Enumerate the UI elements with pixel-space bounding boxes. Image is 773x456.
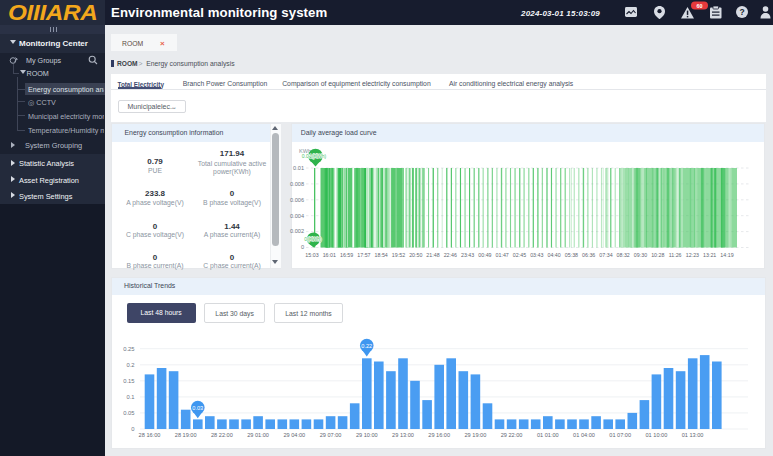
svg-text:01 10:00: 01 10:00: [646, 432, 668, 438]
svg-text:0.15: 0.15: [123, 378, 134, 384]
svg-text:28 22:00: 28 22:00: [211, 432, 233, 438]
svg-text:01 13:00: 01 13:00: [682, 432, 704, 438]
svg-text:0.25: 0.25: [123, 346, 134, 352]
svg-text:29 22:00: 29 22:00: [501, 432, 523, 438]
svg-text:29 19:00: 29 19:00: [465, 432, 487, 438]
svg-text:01 01:00: 01 01:00: [537, 432, 559, 438]
svg-text:29 07:00: 29 07:00: [320, 432, 342, 438]
svg-text:29 10:00: 29 10:00: [356, 432, 378, 438]
svg-text:28 19:00: 28 19:00: [175, 432, 197, 438]
svg-text:29 16:00: 29 16:00: [428, 432, 450, 438]
svg-text:29 04:00: 29 04:00: [283, 432, 305, 438]
svg-text:29 01:00: 29 01:00: [247, 432, 269, 438]
svg-text:0.2: 0.2: [126, 362, 134, 368]
svg-text:0: 0: [131, 426, 134, 432]
svg-text:01 04:00: 01 04:00: [573, 432, 595, 438]
svg-text:0.1: 0.1: [126, 394, 134, 400]
svg-text:01 07:00: 01 07:00: [609, 432, 631, 438]
svg-text:29 13:00: 29 13:00: [392, 432, 414, 438]
svg-text:0.05: 0.05: [123, 410, 134, 416]
svg-text:0.22: 0.22: [361, 343, 372, 349]
svg-text:28 16:00: 28 16:00: [139, 432, 161, 438]
svg-text:0.03: 0.03: [192, 405, 203, 411]
